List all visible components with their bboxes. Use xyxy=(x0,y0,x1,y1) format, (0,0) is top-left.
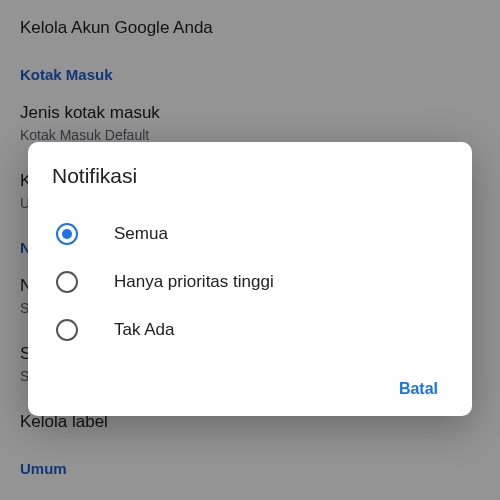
radio-option-all[interactable]: Semua xyxy=(50,210,450,258)
notifications-dialog: Notifikasi Semua Hanya prioritas tinggi … xyxy=(28,142,472,416)
cancel-button[interactable]: Batal xyxy=(387,372,450,406)
radio-label: Hanya prioritas tinggi xyxy=(114,272,274,292)
radio-label: Semua xyxy=(114,224,168,244)
radio-icon xyxy=(56,223,78,245)
radio-option-none[interactable]: Tak Ada xyxy=(50,306,450,354)
radio-icon xyxy=(56,271,78,293)
dialog-actions: Batal xyxy=(50,372,450,406)
radio-icon xyxy=(56,319,78,341)
radio-label: Tak Ada xyxy=(114,320,175,340)
radio-option-high-priority[interactable]: Hanya prioritas tinggi xyxy=(50,258,450,306)
dialog-title: Notifikasi xyxy=(50,164,450,188)
